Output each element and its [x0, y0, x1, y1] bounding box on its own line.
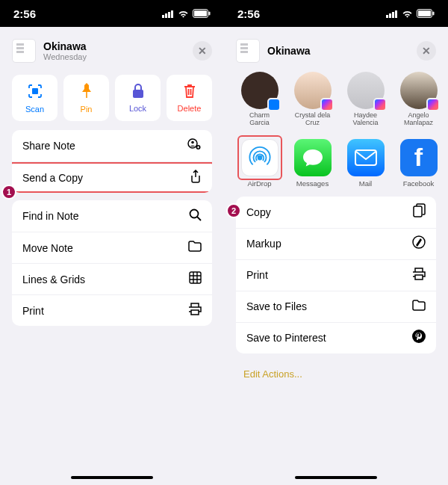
note-title: Okinawa [267, 45, 409, 57]
app-label: Facebook [403, 179, 435, 188]
facebook-icon: f [400, 139, 438, 176]
contact-name: Haydee Valencia [345, 112, 386, 127]
scan-button[interactable]: Scan [12, 75, 57, 121]
share-note-row[interactable]: Share Note [12, 130, 212, 161]
messenger-badge-icon [373, 98, 387, 111]
home-indicator[interactable] [71, 476, 153, 479]
printer-icon [188, 303, 202, 318]
sheet-header: Okinawa ✕ [228, 31, 444, 69]
copy-label: Copy [246, 206, 271, 218]
delete-button[interactable]: Delete [167, 75, 212, 121]
contact-name: Charm Garcia [239, 112, 280, 127]
save-files-label: Save to Files [246, 300, 307, 312]
share-apps-row[interactable]: AirDrop Messages Mail f Facebook ⋯ Me [228, 135, 444, 191]
status-bar: 2:56 [0, 0, 224, 27]
menu-group-2: Find in Note Move Note Lines & Grids Pri… [12, 200, 212, 326]
note-title: Okinawa [43, 40, 185, 52]
status-indicators [386, 9, 435, 18]
svg-rect-14 [190, 272, 201, 283]
grid-icon [189, 271, 202, 287]
findmy-badge-icon [267, 98, 281, 111]
share-icon [190, 170, 202, 186]
avatar [241, 72, 279, 109]
contact-angelo[interactable]: Angelo Manlapaz [398, 72, 439, 127]
find-in-note-row[interactable]: Find in Note [12, 200, 212, 232]
scan-label: Scan [25, 105, 44, 114]
lines-label: Lines & Grids [22, 274, 85, 285]
airdrop-contacts-row[interactable]: Charm Garcia Crystal dela Cruz Haydee Va… [228, 69, 444, 135]
copy-row[interactable]: Copy [236, 197, 436, 228]
search-icon [189, 208, 202, 224]
pin-button[interactable]: Pin [63, 75, 109, 121]
print-label: Print [246, 269, 268, 281]
svg-rect-23 [355, 150, 376, 165]
copy-icon [413, 203, 426, 220]
svg-point-13 [190, 209, 199, 217]
contact-charm[interactable]: Charm Garcia [239, 72, 280, 127]
save-to-files-row[interactable]: Save to Files [236, 291, 436, 322]
app-mail[interactable]: Mail [345, 139, 386, 188]
svg-rect-18 [395, 10, 397, 18]
print-label: Print [22, 305, 44, 317]
svg-rect-15 [386, 15, 388, 18]
move-label: Move Note [22, 242, 73, 254]
printer-icon [412, 268, 426, 283]
share-note-label: Share Note [22, 140, 75, 152]
print-row[interactable]: Print [12, 294, 212, 326]
lines-grids-row[interactable]: Lines & Grids [12, 263, 212, 294]
pin-label: Pin [81, 105, 93, 114]
phone-left: 2:56 Okinawa Wednesday ✕ Scan [0, 0, 224, 485]
messenger-badge-icon [320, 98, 334, 111]
app-messages[interactable]: Messages [292, 139, 333, 188]
close-button[interactable]: ✕ [417, 41, 436, 61]
send-copy-label: Send a Copy [22, 172, 83, 184]
quick-actions-row: Scan Pin Lock Delete [4, 69, 220, 130]
edit-actions-button[interactable]: Edit Actions... [228, 361, 444, 387]
lock-button[interactable]: Lock [115, 75, 161, 121]
pinterest-icon [412, 330, 426, 346]
close-button[interactable]: ✕ [193, 41, 212, 61]
svg-rect-24 [414, 206, 422, 217]
delete-label: Delete [178, 104, 202, 113]
messenger-badge-icon [426, 98, 440, 111]
step-marker-2: 2 [226, 203, 241, 218]
markup-row[interactable]: Markup [236, 228, 436, 259]
svg-rect-9 [133, 90, 143, 98]
find-label: Find in Note [22, 210, 78, 222]
svg-rect-5 [194, 10, 207, 16]
app-label: Mail [359, 179, 372, 188]
status-indicators [162, 9, 211, 18]
contact-name: Angelo Manlapaz [398, 112, 439, 127]
move-note-row[interactable]: Move Note [12, 232, 212, 263]
mail-icon [347, 139, 385, 176]
folder-icon [188, 241, 202, 255]
print-row[interactable]: Print [236, 259, 436, 291]
contact-haydee[interactable]: Haydee Valencia [345, 72, 386, 127]
app-facebook[interactable]: f Facebook [398, 139, 439, 188]
status-bar: 2:56 [224, 0, 448, 27]
share-sheet: Okinawa ✕ Charm Garcia Crystal dela Cruz… [228, 31, 444, 481]
contact-crystal[interactable]: Crystal dela Cruz [292, 72, 333, 127]
share-actions-menu: Copy Markup Print Save to Files [236, 197, 436, 353]
save-to-pinterest-row[interactable]: Save to Pinterest [236, 322, 436, 353]
home-indicator[interactable] [295, 476, 377, 479]
scan-icon [27, 83, 43, 102]
app-airdrop[interactable]: AirDrop [239, 139, 280, 188]
svg-rect-0 [162, 15, 164, 18]
step-marker-1: 1 [1, 185, 16, 200]
send-copy-row[interactable]: Send a Copy [12, 161, 212, 193]
note-action-sheet: Okinawa Wednesday ✕ Scan Pin [4, 31, 220, 481]
pin-icon [80, 83, 93, 102]
svg-point-26 [412, 330, 426, 343]
note-thumbnail [236, 39, 260, 63]
svg-rect-8 [86, 92, 87, 98]
svg-rect-16 [389, 13, 391, 18]
svg-rect-20 [418, 10, 431, 16]
folder-icon [412, 300, 426, 314]
svg-rect-6 [209, 12, 211, 16]
save-pinterest-label: Save to Pinterest [246, 332, 326, 344]
svg-rect-21 [433, 12, 435, 16]
avatar [294, 72, 332, 109]
status-time: 2:56 [237, 7, 260, 20]
svg-point-22 [257, 155, 262, 160]
